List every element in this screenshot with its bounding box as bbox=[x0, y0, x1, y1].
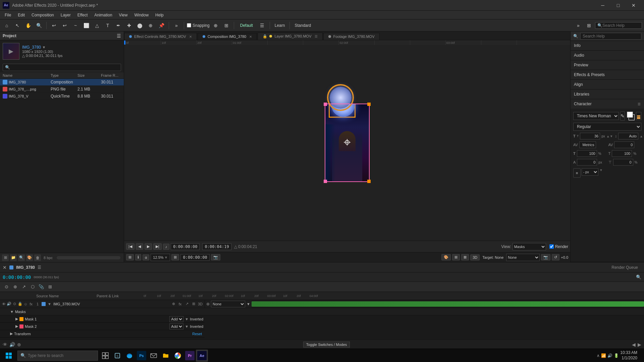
transform-reset[interactable]: Reset bbox=[192, 332, 202, 336]
masks-group-row[interactable]: ▼ Masks bbox=[0, 308, 644, 315]
tab-close[interactable]: ✕ bbox=[189, 35, 192, 39]
handle-tl[interactable] bbox=[324, 103, 327, 106]
mask2-row[interactable]: ▶ Mask 2 Add ▼ Inverted bbox=[0, 323, 644, 330]
clone-tool[interactable]: ⊕ bbox=[146, 21, 155, 30]
reset-offset-btn[interactable]: ↺ bbox=[552, 254, 559, 260]
tab-composition[interactable]: Composition IMG_3780 ✕ bbox=[198, 33, 257, 40]
pen-tool[interactable]: ✒ bbox=[114, 21, 123, 30]
redo-button[interactable]: ↩ bbox=[60, 21, 69, 30]
handle-br[interactable] bbox=[367, 180, 371, 183]
taskbar-photoshop[interactable]: Ps bbox=[136, 350, 148, 362]
taskbar-search[interactable]: 🔍 bbox=[17, 351, 98, 361]
lock-icon[interactable]: 🔒 bbox=[18, 301, 22, 307]
menu-composition[interactable]: Composition bbox=[28, 11, 57, 19]
effects-presets-header[interactable]: Effects & Presets bbox=[571, 70, 644, 79]
undo-button[interactable]: ↩ bbox=[49, 21, 59, 30]
volume-icon[interactable]: 🔊 bbox=[607, 353, 612, 358]
workspace-menu[interactable]: ☰ bbox=[258, 21, 267, 30]
mask1-row[interactable]: ▶ Mask 1 Add ▼ Inverted bbox=[0, 315, 644, 323]
snapping-toggle[interactable]: Snapping bbox=[187, 23, 210, 28]
list-item[interactable]: IMG_3780 Composition 30.011 bbox=[0, 79, 124, 86]
taskbar-search-input[interactable] bbox=[28, 353, 95, 358]
search-help-input[interactable] bbox=[602, 23, 640, 28]
fit-view-btn[interactable]: ⊞ bbox=[171, 254, 179, 260]
taskbar-premiere[interactable]: Pr bbox=[184, 350, 196, 362]
tl-paperclip-btn[interactable]: 📎 bbox=[38, 283, 45, 291]
leading-arrow[interactable]: ▲▼ bbox=[640, 134, 644, 138]
learn-label[interactable]: Learn bbox=[273, 23, 287, 28]
pin-tool[interactable]: 📌 bbox=[157, 21, 166, 30]
timeline-timecode[interactable]: 0:00:00:00 bbox=[3, 275, 31, 280]
menu-view[interactable]: View bbox=[116, 11, 131, 19]
viewer-alpha-btn[interactable]: α bbox=[143, 254, 149, 260]
network-icon[interactable]: 📶 bbox=[601, 353, 606, 358]
home-button[interactable]: ⌂ bbox=[2, 21, 11, 30]
viewer-info-btn[interactable]: ℹ bbox=[135, 254, 141, 260]
eye-icon[interactable]: 👁 bbox=[1, 301, 6, 307]
start-button[interactable] bbox=[1, 349, 16, 362]
mask1-expand[interactable]: ▶ bbox=[15, 317, 18, 321]
taskbar-task-view[interactable] bbox=[99, 350, 111, 362]
mask1-blend[interactable]: Add bbox=[169, 316, 183, 322]
anchor-tool[interactable]: ✚ bbox=[124, 21, 134, 30]
play-btn[interactable]: ▶ bbox=[145, 243, 152, 250]
select-tool[interactable]: ↖ bbox=[13, 21, 22, 30]
menu-effect[interactable]: Effect bbox=[74, 11, 91, 19]
character-menu-icon[interactable]: ☰ bbox=[638, 102, 641, 106]
clock-display[interactable]: 10:33 AM 1/1/2020 bbox=[620, 350, 640, 361]
handle-tr[interactable] bbox=[367, 103, 371, 106]
font-edit-btn[interactable]: ✎ bbox=[620, 111, 625, 121]
tab-layer[interactable]: 🔒 Layer IMG_3780.MOV ☰ bbox=[258, 33, 322, 40]
tl-flow-btn[interactable]: ↗ bbox=[20, 283, 28, 291]
shape-tool[interactable]: △ bbox=[92, 21, 102, 30]
timeline-menu-btn[interactable]: ☰ bbox=[38, 265, 41, 270]
view-opts-btn[interactable]: ⊞ bbox=[452, 254, 460, 260]
tl-forward-btn[interactable]: ▶ bbox=[638, 342, 641, 347]
transform-row[interactable]: ▶ Transform Reset bbox=[0, 330, 644, 338]
expand-layer-btn[interactable]: ▼ bbox=[47, 302, 52, 306]
align-section-header[interactable]: Align bbox=[571, 80, 644, 89]
text-tool[interactable]: T bbox=[103, 21, 112, 30]
minimize-button[interactable]: ─ bbox=[595, 0, 610, 11]
handle-bl[interactable] bbox=[324, 180, 327, 183]
tl-expand-btn[interactable]: ⊕ bbox=[11, 283, 19, 291]
3d-view-btn[interactable]: 3D bbox=[470, 254, 480, 260]
layer-more-btn[interactable]: ⊞ bbox=[191, 301, 197, 307]
zoom-tool[interactable]: 🔍 bbox=[34, 21, 44, 30]
render-queue-tab[interactable]: Render Queue bbox=[608, 265, 641, 270]
zoom-display[interactable]: 12.5% ▼ bbox=[151, 254, 170, 261]
kerning-input[interactable] bbox=[579, 141, 596, 148]
taskbar-chrome[interactable] bbox=[172, 350, 184, 362]
more-tools[interactable]: » bbox=[172, 21, 181, 30]
vert-scale-input[interactable] bbox=[577, 150, 597, 157]
play-audio-btn[interactable]: ♪ bbox=[163, 244, 170, 250]
libraries-section-header[interactable]: Libraries bbox=[571, 89, 644, 99]
target-selector[interactable]: None bbox=[506, 254, 540, 261]
tsume-input[interactable] bbox=[613, 159, 633, 166]
render-checkbox[interactable] bbox=[549, 244, 554, 249]
composition-viewer[interactable] bbox=[124, 45, 570, 241]
tl-audio-vis-btn[interactable]: 🔊 bbox=[9, 342, 15, 347]
parent-dropdown[interactable]: None bbox=[211, 301, 245, 307]
spacing-selector[interactable]: - px bbox=[582, 168, 598, 176]
transform-expand[interactable]: ▶ bbox=[10, 331, 13, 336]
mask-tool[interactable]: ⬜ bbox=[82, 21, 91, 30]
project-search-bar[interactable] bbox=[0, 62, 124, 72]
spacing-arrow[interactable]: ▼ bbox=[599, 168, 603, 178]
snap-options[interactable]: ⊕ bbox=[211, 21, 220, 30]
taskbar-mail[interactable] bbox=[148, 350, 160, 362]
layer-solo-btn[interactable]: ⊕ bbox=[170, 301, 176, 307]
menu-layer[interactable]: Layer bbox=[57, 11, 74, 19]
mask1-blend-arrow[interactable]: ▼ bbox=[185, 317, 189, 321]
size-arrow[interactable]: ▲▼ bbox=[606, 134, 613, 138]
info-section-header[interactable]: Info bbox=[571, 41, 644, 50]
tl-visibility-btn[interactable]: 👁 bbox=[3, 342, 7, 347]
mask2-expand[interactable]: ▶ bbox=[15, 324, 18, 328]
menu-help[interactable]: Help bbox=[152, 11, 167, 19]
play-beginning-btn[interactable]: |◀ bbox=[126, 243, 135, 250]
tl-back-btn[interactable]: ◀ bbox=[632, 342, 636, 347]
menu-window[interactable]: Window bbox=[131, 11, 152, 19]
expand-masks-icon[interactable]: ▼ bbox=[10, 310, 14, 314]
horiz-scale-input[interactable] bbox=[612, 150, 632, 157]
align-left-btn[interactable]: ≡ bbox=[573, 168, 581, 178]
